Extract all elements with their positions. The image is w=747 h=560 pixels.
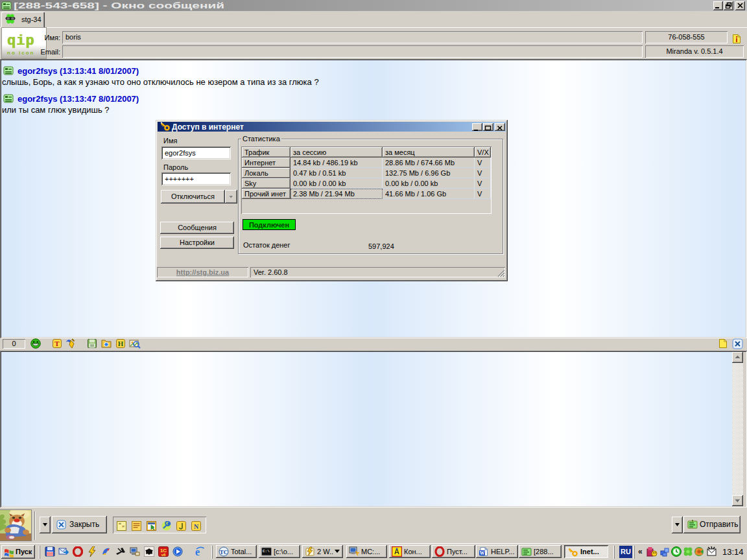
svg-text:W: W — [480, 550, 485, 556]
svg-text:v8: v8 — [161, 553, 166, 557]
svg-text:H: H — [118, 340, 124, 347]
svg-text:”: ” — [122, 525, 124, 531]
svg-text:N: N — [194, 523, 199, 530]
svg-text:C:\: C:\ — [263, 549, 270, 554]
svg-text:T: T — [54, 340, 60, 347]
svg-text:“: “ — [119, 522, 121, 528]
svg-text:TC: TC — [220, 549, 228, 555]
